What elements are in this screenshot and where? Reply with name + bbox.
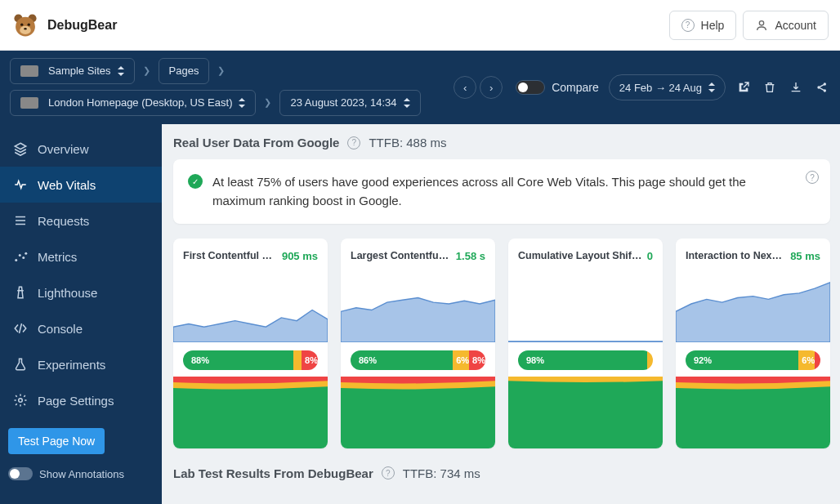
metric-card[interactable]: Largest Contentful P…1.58 s86%6%8% [341, 239, 495, 448]
vitals-icon [13, 177, 28, 192]
stacked-area-chart [173, 377, 328, 448]
sidebar-item-label: Console [38, 322, 83, 336]
svg-point-6 [24, 27, 26, 29]
metric-card[interactable]: First Contentful Pai…905 ms88%8% [173, 239, 328, 448]
sparkline-chart [173, 265, 328, 342]
metric-cards-row: First Contentful Pai…905 ms88%8%Largest … [173, 239, 830, 448]
svg-point-11 [15, 259, 17, 261]
breadcrumb-pages[interactable]: Pages [159, 58, 210, 84]
sidebar: OverviewWeb VitalsRequestsMetricsLightho… [0, 124, 162, 504]
check-circle-icon: ✓ [188, 174, 203, 189]
list-icon [13, 213, 28, 228]
sidebar-item-page-settings[interactable]: Page Settings [0, 382, 162, 418]
chevron-right-icon: ❯ [261, 97, 275, 108]
help-circle-icon: ? [681, 19, 695, 32]
sidebar-item-requests[interactable]: Requests [0, 203, 162, 239]
sidebar-item-label: Page Settings [38, 394, 114, 408]
account-button[interactable]: Account [743, 11, 829, 40]
annotations-label: Show Annotations [39, 468, 124, 480]
download-icon[interactable] [788, 79, 804, 96]
page-thumb-icon [20, 97, 38, 109]
sidebar-item-label: Experiments [38, 358, 105, 372]
date-range-picker[interactable]: 24 Feb → 24 Aug [609, 74, 726, 100]
bear-icon [11, 11, 39, 39]
brand-logo[interactable]: DebugBear [11, 11, 117, 39]
metric-card[interactable]: Cumulative Layout Shift (…098% [508, 239, 663, 448]
help-circle-icon[interactable]: ? [806, 171, 819, 184]
open-external-icon[interactable] [735, 79, 752, 96]
sidebar-item-label: Requests [38, 214, 89, 228]
main-content: Real User Data From Google ? TTFB: 488 m… [162, 124, 840, 504]
flask-icon [13, 357, 28, 372]
stacked-area-chart [676, 377, 830, 448]
annotations-toggle[interactable] [8, 467, 33, 480]
sidebar-item-label: Overview [38, 142, 89, 156]
stacked-area-chart [341, 377, 495, 448]
ttfb-lab-value: TTFB: 734 ms [403, 466, 480, 480]
svg-point-4 [20, 23, 23, 25]
breadcrumb-page[interactable]: London Homepage (Desktop, US East) [10, 90, 256, 116]
svg-point-5 [28, 23, 30, 25]
sidebar-item-web-vitals[interactable]: Web Vitals [0, 167, 162, 203]
compare-toggle[interactable] [516, 80, 545, 95]
section-title-real-user: Real User Data From Google [173, 136, 339, 149]
breadcrumb-page-label: London Homepage (Desktop, US East) [48, 96, 232, 109]
metrics-icon [13, 249, 28, 264]
svg-point-12 [19, 254, 21, 256]
metric-title: Interaction to Next P… [686, 250, 785, 261]
help-button[interactable]: ? Help [669, 11, 737, 40]
svg-point-14 [25, 252, 27, 255]
top-header: DebugBear ? Help Account [0, 0, 840, 51]
svg-point-7 [760, 20, 764, 25]
next-button[interactable]: › [480, 76, 503, 99]
breadcrumb-site-label: Sample Sites [48, 65, 111, 77]
svg-point-13 [22, 256, 25, 259]
breadcrumb-timestamp[interactable]: 23 August 2023, 14:34 [279, 90, 420, 116]
breadcrumb-pages-label: Pages [169, 65, 199, 77]
help-circle-icon[interactable]: ? [347, 136, 360, 149]
stacked-area-chart [508, 377, 663, 448]
metric-value: 0 [647, 250, 653, 262]
brand-name: DebugBear [47, 18, 117, 33]
section-title-lab: Lab Test Results From DebugBear [173, 466, 373, 480]
metric-title: First Contentful Pai… [183, 250, 277, 261]
notice-text: At least 75% of users have good experien… [212, 172, 815, 211]
account-button-label: Account [775, 19, 816, 32]
sidebar-item-lighthouse[interactable]: Lighthouse [0, 274, 162, 310]
sidebar-item-label: Metrics [38, 250, 77, 264]
gear-icon [13, 393, 28, 408]
chevron-right-icon: ❯ [140, 65, 154, 76]
lighthouse-icon [13, 285, 28, 300]
date-range-label: 24 Feb → 24 Aug [619, 82, 702, 94]
prev-button[interactable]: ‹ [454, 76, 476, 99]
metric-title: Largest Contentful P… [351, 250, 451, 261]
sidebar-item-experiments[interactable]: Experiments [0, 346, 162, 382]
trash-icon[interactable] [762, 79, 778, 96]
distribution-bar: 86%6%8% [351, 350, 485, 370]
metric-title: Cumulative Layout Shift (… [518, 250, 642, 261]
nav-bar: Sample Sites ❯ Pages ❯ London Homepage (… [0, 51, 840, 124]
console-icon [13, 321, 28, 336]
share-icon[interactable] [814, 79, 830, 96]
test-page-button[interactable]: Test Page Now [8, 428, 105, 454]
sidebar-item-label: Lighthouse [38, 286, 97, 300]
site-thumb-icon [20, 65, 38, 77]
breadcrumb-timestamp-label: 23 August 2023, 14:34 [290, 96, 396, 109]
breadcrumb-site[interactable]: Sample Sites [10, 58, 135, 84]
sparkline-chart [676, 265, 830, 342]
svg-rect-18 [508, 377, 663, 448]
distribution-bar: 98% [518, 350, 653, 370]
sidebar-item-metrics[interactable]: Metrics [0, 239, 162, 274]
sparkline-chart [508, 265, 663, 342]
svg-point-3 [20, 25, 31, 33]
distribution-bar: 92%6% [686, 350, 820, 370]
help-circle-icon[interactable]: ? [382, 466, 395, 479]
layers-icon [13, 141, 28, 156]
help-button-label: Help [701, 19, 725, 32]
sidebar-item-overview[interactable]: Overview [0, 131, 162, 167]
sidebar-item-console[interactable]: Console [0, 310, 162, 346]
notice-card: ✓ At least 75% of users have good experi… [173, 159, 830, 224]
sidebar-item-label: Web Vitals [38, 178, 96, 192]
chevron-right-icon: ❯ [214, 65, 228, 76]
metric-card[interactable]: Interaction to Next P…85 ms92%6% [676, 239, 830, 448]
